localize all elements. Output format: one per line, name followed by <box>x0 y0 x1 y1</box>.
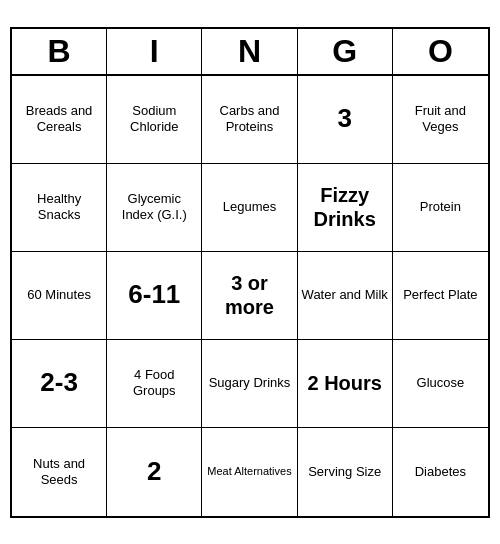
bingo-cell-19: Glucose <box>393 340 488 428</box>
bingo-cell-21: 2 <box>107 428 202 516</box>
bingo-cell-18: 2 Hours <box>298 340 393 428</box>
bingo-cell-22: Meat Alternatives <box>202 428 297 516</box>
bingo-cell-6: Glycemic Index (G.I.) <box>107 164 202 252</box>
bingo-cell-16: 4 Food Groups <box>107 340 202 428</box>
bingo-header: BINGO <box>12 29 488 76</box>
bingo-cell-24: Diabetes <box>393 428 488 516</box>
bingo-cell-14: Perfect Plate <box>393 252 488 340</box>
bingo-cell-9: Protein <box>393 164 488 252</box>
bingo-cell-15: 2-3 <box>12 340 107 428</box>
bingo-card: BINGO Breads and CerealsSodium ChlorideC… <box>10 27 490 518</box>
bingo-cell-4: Fruit and Veges <box>393 76 488 164</box>
bingo-cell-10: 60 Minutes <box>12 252 107 340</box>
bingo-cell-20: Nuts and Seeds <box>12 428 107 516</box>
bingo-cell-0: Breads and Cereals <box>12 76 107 164</box>
header-letter-i: I <box>107 29 202 74</box>
bingo-cell-1: Sodium Chloride <box>107 76 202 164</box>
bingo-cell-23: Serving Size <box>298 428 393 516</box>
header-letter-n: N <box>202 29 297 74</box>
header-letter-o: O <box>393 29 488 74</box>
bingo-cell-13: Water and Milk <box>298 252 393 340</box>
header-letter-g: G <box>298 29 393 74</box>
bingo-cell-11: 6-11 <box>107 252 202 340</box>
bingo-cell-17: Sugary Drinks <box>202 340 297 428</box>
bingo-grid: Breads and CerealsSodium ChlorideCarbs a… <box>12 76 488 516</box>
header-letter-b: B <box>12 29 107 74</box>
bingo-cell-5: Healthy Snacks <box>12 164 107 252</box>
bingo-cell-2: Carbs and Proteins <box>202 76 297 164</box>
bingo-cell-3: 3 <box>298 76 393 164</box>
bingo-cell-7: Legumes <box>202 164 297 252</box>
bingo-cell-8: Fizzy Drinks <box>298 164 393 252</box>
bingo-cell-12: 3 or more <box>202 252 297 340</box>
